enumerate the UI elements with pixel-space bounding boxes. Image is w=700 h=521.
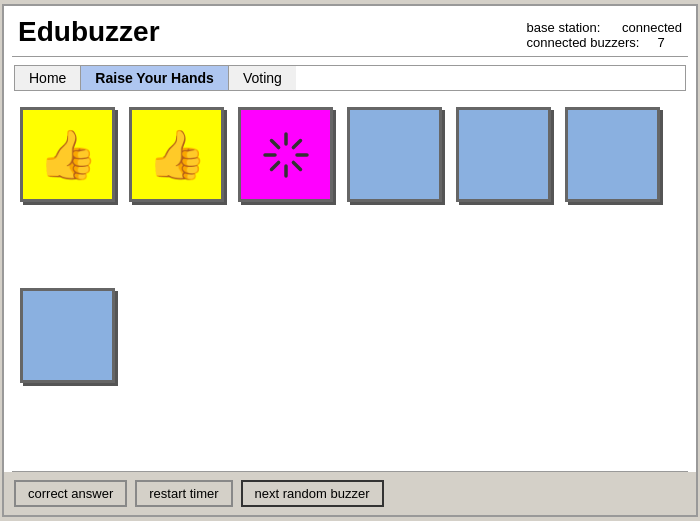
- tab-bar: Home Raise Your Hands Voting: [14, 65, 686, 91]
- footer-buttons: correct answer restart timer next random…: [4, 472, 696, 515]
- tab-voting[interactable]: Voting: [229, 66, 296, 90]
- buzzer-7[interactable]: [20, 288, 115, 383]
- base-station-label: base station:: [527, 20, 601, 35]
- connected-buzzers-value: 7: [657, 35, 664, 50]
- restart-timer-button[interactable]: restart timer: [135, 480, 232, 507]
- svg-line-5: [293, 162, 300, 169]
- next-random-buzzer-button[interactable]: next random buzzer: [241, 480, 384, 507]
- buzzer-4[interactable]: [347, 107, 442, 202]
- thumbs-up-icon-2: 👍: [147, 131, 207, 179]
- thumbs-up-icon-1: 👍: [38, 131, 98, 179]
- buzzer-3[interactable]: [238, 107, 333, 202]
- connected-buzzers-status: connected buzzers: 7: [527, 35, 682, 50]
- svg-line-6: [293, 140, 300, 147]
- base-station-value: connected: [622, 20, 682, 35]
- app-title: Edubuzzer: [18, 16, 160, 48]
- base-station-status: base station: connected: [527, 20, 682, 35]
- connected-buzzers-label: connected buzzers:: [527, 35, 640, 50]
- buzzer-2[interactable]: 👍: [129, 107, 224, 202]
- svg-line-7: [271, 162, 278, 169]
- buzzer-5[interactable]: [456, 107, 551, 202]
- tab-home[interactable]: Home: [15, 66, 81, 90]
- buzzer-grid: 👍 👍: [4, 91, 696, 471]
- svg-line-4: [271, 140, 278, 147]
- correct-answer-button[interactable]: correct answer: [14, 480, 127, 507]
- buzzer-1[interactable]: 👍: [20, 107, 115, 202]
- spinner-icon: [259, 128, 313, 182]
- header: Edubuzzer base station: connected connec…: [4, 6, 696, 56]
- header-divider: [12, 56, 688, 57]
- tab-raise-your-hands[interactable]: Raise Your Hands: [81, 66, 229, 90]
- buzzer-6[interactable]: [565, 107, 660, 202]
- status-block: base station: connected connected buzzer…: [527, 16, 682, 50]
- main-window: Edubuzzer base station: connected connec…: [2, 4, 698, 517]
